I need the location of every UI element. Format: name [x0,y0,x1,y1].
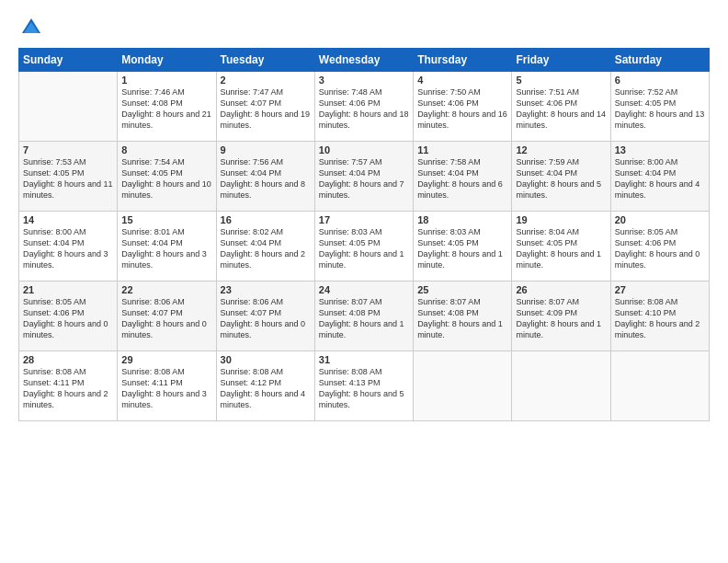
day-info: Sunrise: 8:03 AMSunset: 4:05 PMDaylight:… [319,226,409,271]
day-number: 9 [221,144,311,155]
day-info: Sunrise: 8:00 AMSunset: 4:04 PMDaylight:… [615,156,705,201]
day-info: Sunrise: 7:46 AMSunset: 4:08 PMDaylight:… [121,86,211,132]
day-number: 5 [516,75,606,86]
day-number: 14 [23,214,113,225]
day-info: Sunrise: 8:07 AMSunset: 4:08 PMDaylight:… [319,296,409,341]
calendar-cell: 10Sunrise: 7:57 AMSunset: 4:04 PMDayligh… [314,142,413,212]
day-number: 19 [516,214,606,225]
day-info: Sunrise: 8:01 AMSunset: 4:04 PMDaylight:… [121,226,211,271]
day-number: 12 [516,144,606,155]
day-number: 1 [121,75,211,86]
weekday-header-thursday: Thursday [414,49,512,72]
calendar-cell: 19Sunrise: 8:04 AMSunset: 4:05 PMDayligh… [512,212,610,282]
day-info: Sunrise: 8:06 AMSunset: 4:07 PMDaylight:… [121,296,211,341]
calendar-cell: 14Sunrise: 8:00 AMSunset: 4:04 PMDayligh… [19,212,118,282]
day-info: Sunrise: 7:59 AMSunset: 4:04 PMDaylight:… [516,156,606,201]
day-info: Sunrise: 8:07 AMSunset: 4:09 PMDaylight:… [516,296,606,341]
calendar-cell: 7Sunrise: 7:53 AMSunset: 4:05 PMDaylight… [19,142,118,212]
day-number: 30 [221,354,311,365]
calendar-cell: 28Sunrise: 8:08 AMSunset: 4:11 PMDayligh… [19,351,118,421]
day-info: Sunrise: 8:02 AMSunset: 4:04 PMDaylight:… [221,226,311,271]
day-info: Sunrise: 7:51 AMSunset: 4:06 PMDaylight:… [516,86,606,132]
day-info: Sunrise: 8:08 AMSunset: 4:12 PMDaylight:… [221,366,311,411]
day-info: Sunrise: 7:52 AMSunset: 4:05 PMDaylight:… [615,86,705,132]
calendar-cell: 12Sunrise: 7:59 AMSunset: 4:04 PMDayligh… [512,142,610,212]
day-info: Sunrise: 8:00 AMSunset: 4:04 PMDaylight:… [23,226,113,271]
calendar-cell: 24Sunrise: 8:07 AMSunset: 4:08 PMDayligh… [314,282,413,351]
weekday-header-saturday: Saturday [610,49,709,72]
calendar-cell [19,72,118,142]
day-info: Sunrise: 8:08 AMSunset: 4:11 PMDaylight:… [121,366,211,411]
day-number: 24 [319,284,409,295]
day-number: 7 [23,144,113,155]
weekday-header-friday: Friday [512,49,610,72]
day-number: 21 [23,284,113,295]
calendar-cell: 2Sunrise: 7:47 AMSunset: 4:07 PMDaylight… [216,72,314,142]
calendar-cell: 27Sunrise: 8:08 AMSunset: 4:10 PMDayligh… [610,282,709,351]
day-number: 16 [221,214,311,225]
weekday-header-row: SundayMondayTuesdayWednesdayThursdayFrid… [19,49,710,72]
day-number: 23 [221,284,311,295]
day-number: 25 [417,284,507,295]
calendar-cell: 20Sunrise: 8:05 AMSunset: 4:06 PMDayligh… [610,212,709,282]
calendar-cell: 16Sunrise: 8:02 AMSunset: 4:04 PMDayligh… [216,212,314,282]
calendar-cell: 15Sunrise: 8:01 AMSunset: 4:04 PMDayligh… [118,212,216,282]
calendar-cell: 30Sunrise: 8:08 AMSunset: 4:12 PMDayligh… [216,351,314,421]
calendar-week-row: 1Sunrise: 7:46 AMSunset: 4:08 PMDaylight… [19,72,710,142]
day-number: 26 [516,284,606,295]
day-number: 17 [319,214,409,225]
header [18,15,710,40]
day-number: 22 [121,284,211,295]
day-info: Sunrise: 8:07 AMSunset: 4:08 PMDaylight:… [417,296,507,341]
calendar-cell: 18Sunrise: 8:03 AMSunset: 4:05 PMDayligh… [414,212,512,282]
calendar-week-row: 7Sunrise: 7:53 AMSunset: 4:05 PMDaylight… [19,142,710,212]
day-info: Sunrise: 8:04 AMSunset: 4:05 PMDaylight:… [516,226,606,271]
day-info: Sunrise: 8:05 AMSunset: 4:06 PMDaylight:… [615,226,705,271]
day-number: 18 [417,214,507,225]
day-info: Sunrise: 8:08 AMSunset: 4:10 PMDaylight:… [615,296,705,341]
day-info: Sunrise: 7:50 AMSunset: 4:06 PMDaylight:… [417,86,507,132]
calendar-cell: 13Sunrise: 8:00 AMSunset: 4:04 PMDayligh… [610,142,709,212]
calendar-cell: 29Sunrise: 8:08 AMSunset: 4:11 PMDayligh… [118,351,216,421]
day-info: Sunrise: 8:06 AMSunset: 4:07 PMDaylight:… [221,296,311,341]
calendar-cell [610,351,709,421]
calendar-table: SundayMondayTuesdayWednesdayThursdayFrid… [18,48,710,421]
page-container: SundayMondayTuesdayWednesdayThursdayFrid… [0,0,728,563]
calendar-cell: 31Sunrise: 8:08 AMSunset: 4:13 PMDayligh… [314,351,413,421]
day-number: 4 [417,75,507,86]
day-number: 31 [319,354,409,365]
day-info: Sunrise: 7:47 AMSunset: 4:07 PMDaylight:… [221,86,311,132]
weekday-header-tuesday: Tuesday [216,49,314,72]
weekday-header-wednesday: Wednesday [314,49,413,72]
day-number: 29 [121,354,211,365]
calendar-cell: 3Sunrise: 7:48 AMSunset: 4:06 PMDaylight… [314,72,413,142]
calendar-cell: 11Sunrise: 7:58 AMSunset: 4:04 PMDayligh… [414,142,512,212]
day-number: 15 [121,214,211,225]
calendar-cell: 5Sunrise: 7:51 AMSunset: 4:06 PMDaylight… [512,72,610,142]
calendar-cell: 23Sunrise: 8:06 AMSunset: 4:07 PMDayligh… [216,282,314,351]
calendar-cell: 9Sunrise: 7:56 AMSunset: 4:04 PMDaylight… [216,142,314,212]
calendar-cell: 4Sunrise: 7:50 AMSunset: 4:06 PMDaylight… [414,72,512,142]
day-info: Sunrise: 7:57 AMSunset: 4:04 PMDaylight:… [319,156,409,201]
calendar-cell: 17Sunrise: 8:03 AMSunset: 4:05 PMDayligh… [314,212,413,282]
day-number: 10 [319,144,409,155]
day-number: 2 [221,75,311,86]
day-info: Sunrise: 8:05 AMSunset: 4:06 PMDaylight:… [23,296,113,341]
day-number: 28 [23,354,113,365]
day-info: Sunrise: 7:53 AMSunset: 4:05 PMDaylight:… [23,156,113,201]
day-info: Sunrise: 7:58 AMSunset: 4:04 PMDaylight:… [417,156,507,201]
weekday-header-monday: Monday [118,49,216,72]
calendar-cell [414,351,512,421]
calendar-week-row: 28Sunrise: 8:08 AMSunset: 4:11 PMDayligh… [19,351,710,421]
calendar-cell: 22Sunrise: 8:06 AMSunset: 4:07 PMDayligh… [118,282,216,351]
calendar-cell: 1Sunrise: 7:46 AMSunset: 4:08 PMDaylight… [118,72,216,142]
logo-icon [18,15,44,40]
calendar-cell: 8Sunrise: 7:54 AMSunset: 4:05 PMDaylight… [118,142,216,212]
day-number: 8 [121,144,211,155]
calendar-cell: 26Sunrise: 8:07 AMSunset: 4:09 PMDayligh… [512,282,610,351]
calendar-week-row: 14Sunrise: 8:00 AMSunset: 4:04 PMDayligh… [19,212,710,282]
day-number: 6 [615,75,705,86]
weekday-header-sunday: Sunday [19,49,118,72]
calendar-cell [512,351,610,421]
day-info: Sunrise: 7:56 AMSunset: 4:04 PMDaylight:… [221,156,311,201]
